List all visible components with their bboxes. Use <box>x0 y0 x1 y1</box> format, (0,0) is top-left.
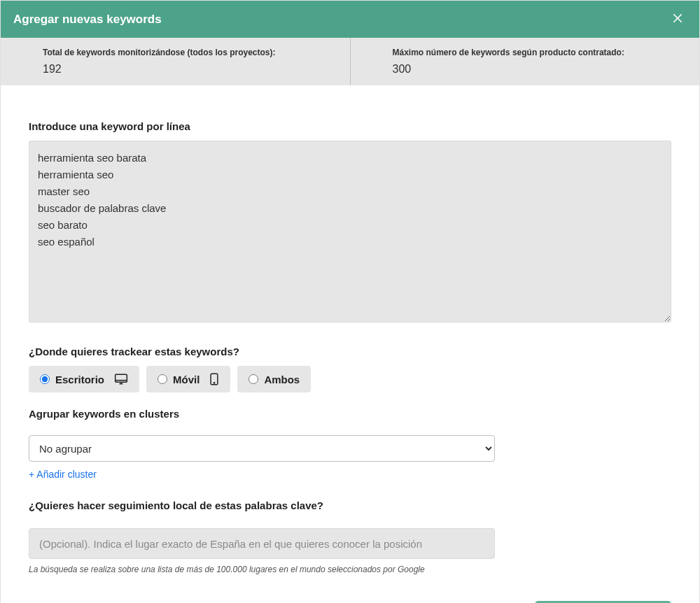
track-section: ¿Donde quieres trackear estas keywords? … <box>29 346 671 392</box>
close-icon <box>671 12 684 27</box>
add-cluster-link[interactable]: + Añadir cluster <box>29 469 97 480</box>
stat-total-label: Total de keywords monitorizándose (todos… <box>43 48 308 57</box>
modal-header: Agregar nuevas keywords <box>1 1 699 38</box>
cluster-select[interactable]: No agrupar <box>29 435 495 462</box>
add-keywords-modal: Agregar nuevas keywords Total de keyword… <box>0 0 700 603</box>
modal-footer: Agregar keywords <box>1 588 699 603</box>
radio-desktop[interactable]: Escritorio <box>29 366 139 392</box>
stat-max: Máximo número de keywords según producto… <box>350 38 700 85</box>
radio-both-input[interactable] <box>248 374 258 384</box>
stat-total: Total de keywords monitorizándose (todos… <box>1 38 350 85</box>
stats-bar: Total de keywords monitorizándose (todos… <box>1 38 699 85</box>
modal-title: Agregar nuevas keywords <box>13 13 162 27</box>
local-label: ¿Quieres hacer seguimiento local de esta… <box>29 499 671 511</box>
desktop-icon <box>114 373 128 385</box>
local-section: ¿Quieres hacer seguimiento local de esta… <box>29 499 671 574</box>
radio-desktop-input[interactable] <box>40 374 50 384</box>
modal-body: Introduce una keyword por línea ¿Donde q… <box>1 85 699 588</box>
close-button[interactable] <box>668 9 687 29</box>
keywords-textarea[interactable] <box>29 141 671 322</box>
cluster-section: Agrupar keywords en clusters No agrupar … <box>29 408 671 480</box>
track-label: ¿Donde quieres trackear estas keywords? <box>29 346 671 357</box>
radio-mobile-label: Móvil <box>173 374 200 385</box>
svg-point-7 <box>214 383 215 383</box>
radio-desktop-label: Escritorio <box>55 374 104 385</box>
stat-max-value: 300 <box>393 63 658 76</box>
svg-rect-2 <box>115 374 127 382</box>
radio-mobile-input[interactable] <box>158 374 167 384</box>
track-radio-group: Escritorio Móvil Ambos <box>29 366 671 392</box>
local-input[interactable] <box>29 528 495 559</box>
radio-both[interactable]: Ambos <box>237 366 311 392</box>
radio-both-label: Ambos <box>264 374 300 385</box>
keywords-label: Introduce una keyword por línea <box>29 120 671 132</box>
stat-total-value: 192 <box>43 63 308 76</box>
stat-max-label: Máximo número de keywords según producto… <box>393 48 658 57</box>
cluster-label: Agrupar keywords en clusters <box>29 408 671 420</box>
keywords-section: Introduce una keyword por línea <box>29 120 671 325</box>
radio-mobile[interactable]: Móvil <box>146 366 230 392</box>
mobile-icon <box>209 373 219 385</box>
local-help-text: La búsqueda se realiza sobre una lista d… <box>29 565 671 574</box>
